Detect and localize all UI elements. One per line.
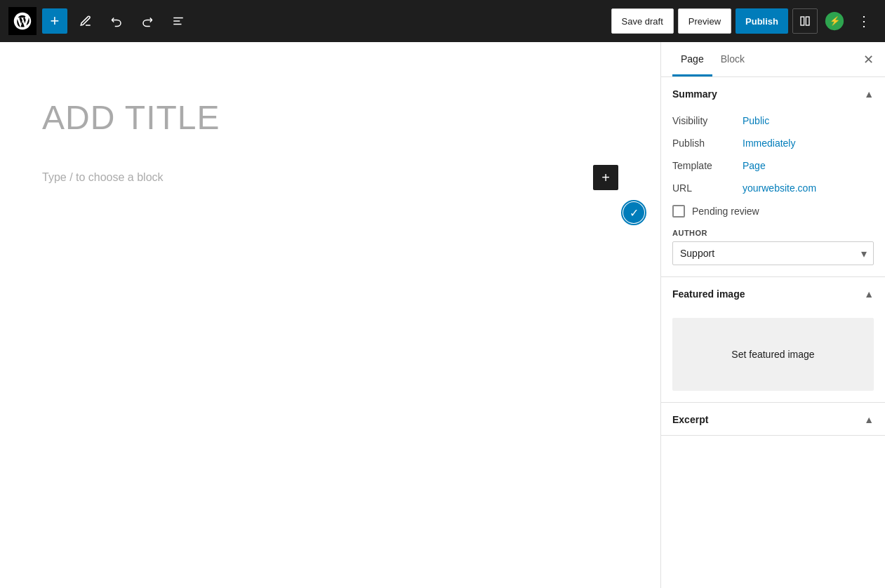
wp-logo (8, 7, 36, 35)
author-select[interactable]: Support (672, 241, 874, 265)
visibility-row: Visibility Public (672, 109, 874, 132)
pending-review-checkbox[interactable] (672, 205, 685, 218)
save-draft-button[interactable]: Save draft (611, 8, 674, 34)
add-block-button[interactable]: + (42, 8, 67, 34)
featured-image-body: Set featured image (661, 309, 885, 402)
excerpt-section-header[interactable]: Excerpt ▲ (661, 403, 885, 435)
svg-rect-3 (801, 17, 804, 25)
publish-value[interactable]: Immediately (743, 138, 795, 149)
redo-button[interactable] (135, 8, 160, 34)
template-label: Template (672, 160, 743, 171)
summary-title: Summary (672, 88, 717, 100)
block-placeholder-text: Type / to choose a block (42, 171, 164, 184)
tab-page[interactable]: Page (672, 42, 712, 76)
excerpt-section: Excerpt ▲ (661, 403, 885, 436)
jetpack-button[interactable]: ⚡ (822, 8, 847, 34)
publish-button[interactable]: Publish (736, 8, 788, 34)
featured-image-title: Featured image (672, 288, 745, 300)
pending-review-row: Pending review (672, 199, 874, 223)
check-icon: ✓ (623, 202, 644, 223)
visibility-value[interactable]: Public (743, 115, 769, 126)
editor-area: ✓ ADD TITLE Type / to choose a block + (0, 42, 660, 588)
publish-label: Publish (672, 138, 743, 149)
summary-section-body: Visibility Public Publish Immediately Te… (661, 109, 885, 276)
set-featured-image-button[interactable]: Set featured image (672, 318, 874, 391)
page-title-input[interactable]: ADD TITLE (42, 98, 618, 137)
sidebar-close-button[interactable]: ✕ (863, 42, 874, 76)
tools-button[interactable] (73, 8, 98, 34)
featured-image-collapse-icon: ▲ (864, 288, 874, 300)
main-layout: ✓ ADD TITLE Type / to choose a block + P… (0, 42, 885, 588)
more-options-button[interactable]: ⋮ (851, 8, 877, 34)
featured-image-section: Featured image ▲ Set featured image (661, 277, 885, 403)
svg-rect-4 (806, 17, 809, 25)
url-row: URL yourwebsite.com (672, 177, 874, 199)
excerpt-title: Excerpt (672, 414, 708, 425)
summary-section-header[interactable]: Summary ▲ (661, 77, 885, 109)
template-value[interactable]: Page (743, 160, 766, 171)
list-view-button[interactable] (166, 8, 191, 34)
featured-image-header[interactable]: Featured image ▲ (661, 277, 885, 309)
summary-collapse-icon: ▲ (864, 88, 874, 100)
template-row: Template Page (672, 154, 874, 177)
visibility-label: Visibility (672, 115, 743, 126)
author-select-wrap: Support ▾ (672, 241, 874, 265)
excerpt-collapse-icon: ▲ (864, 414, 874, 425)
summary-section: Summary ▲ Visibility Public Publish Imme… (661, 77, 885, 277)
svg-text:⚡: ⚡ (830, 15, 841, 27)
sidebar: Page Block ✕ Summary ▲ Visibility Public… (660, 42, 885, 588)
topbar: + Save draft Preview Publish (0, 0, 885, 42)
author-label: AUTHOR (672, 223, 874, 241)
check-circle[interactable]: ✓ (621, 200, 646, 225)
add-block-inline-button[interactable]: + (593, 165, 618, 190)
url-label: URL (672, 182, 743, 194)
url-value[interactable]: yourwebsite.com (743, 182, 816, 194)
sidebar-header: Page Block ✕ (661, 42, 885, 77)
pending-review-label: Pending review (692, 206, 759, 217)
view-toggle-button[interactable] (792, 8, 818, 34)
tab-block[interactable]: Block (712, 42, 753, 76)
publish-row: Publish Immediately (672, 132, 874, 154)
preview-button[interactable]: Preview (678, 8, 731, 34)
block-placeholder-row: Type / to choose a block + (42, 165, 618, 190)
undo-button[interactable] (104, 8, 129, 34)
